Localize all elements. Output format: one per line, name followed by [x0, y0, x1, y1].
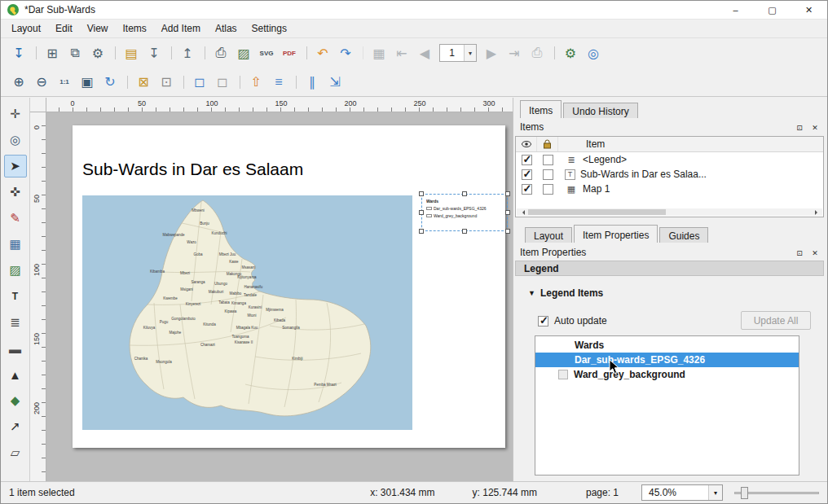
scrollbar-thumb[interactable]: [528, 209, 666, 215]
tool-button[interactable]: ▱: [4, 441, 27, 464]
auto-update-checkbox[interactable]: [538, 316, 548, 327]
legend-items-group-header[interactable]: ▼ Legend Items: [528, 287, 603, 299]
toolbar-icon[interactable]: ⎙: [526, 42, 548, 64]
menu-item[interactable]: Add Item: [154, 20, 208, 37]
visibility-checkbox[interactable]: [522, 169, 532, 180]
panel-float-button[interactable]: ⊡: [794, 248, 805, 259]
minimize-button[interactable]: –: [717, 1, 754, 19]
scroll-right-arrow[interactable]: [812, 208, 822, 216]
toolbar-icon[interactable]: ◎: [583, 42, 604, 64]
selection-handle[interactable]: [505, 229, 510, 234]
dock-tab[interactable]: Guides: [659, 227, 708, 243]
menu-item[interactable]: Items: [116, 20, 154, 37]
selection-handle[interactable]: [419, 210, 424, 215]
page-number-input[interactable]: 1 ▾: [439, 44, 477, 62]
panel-float-button[interactable]: ⊡: [794, 122, 805, 134]
tool-button[interactable]: ≣: [4, 311, 27, 334]
toolbar-icon[interactable]: ↧: [8, 42, 29, 64]
tool-button[interactable]: ↗: [4, 415, 27, 438]
lock-checkbox[interactable]: [543, 155, 553, 165]
tool-button[interactable]: ▲: [4, 363, 27, 386]
menu-item[interactable]: Layout: [4, 20, 48, 37]
zoom-slider[interactable]: [734, 485, 819, 500]
selection-handle[interactable]: [505, 210, 510, 215]
toolbar-icon[interactable]: ⇤: [391, 42, 412, 64]
toolbar-icon[interactable]: PDF: [279, 42, 300, 64]
tool-button[interactable]: ➤: [4, 155, 27, 177]
horizontal-ruler[interactable]: 050100150200250300: [46, 98, 513, 112]
selection-handle[interactable]: [462, 229, 467, 234]
panel-close-button[interactable]: ✕: [809, 122, 821, 134]
toolbar-icon[interactable]: ⊠: [133, 72, 154, 93]
dock-tab[interactable]: Layout: [525, 227, 572, 243]
tool-button[interactable]: T: [4, 285, 27, 308]
toolbar-icon[interactable]: ⎙: [210, 42, 231, 64]
menu-item[interactable]: View: [80, 20, 116, 37]
toolbar-icon[interactable]: ≡: [268, 72, 289, 93]
toolbar-icon[interactable]: ⊕: [8, 72, 29, 93]
scroll-left-arrow[interactable]: [517, 208, 527, 216]
items-list-row[interactable]: T Sub-Wards in Dar es Salaa...: [516, 167, 823, 182]
dock-tab[interactable]: Undo History: [563, 103, 637, 118]
toolbar-icon[interactable]: SVG: [256, 42, 277, 64]
legend-item-selected[interactable]: Wards Dar_sub-wards_EPSG_4326 Ward_grey_…: [421, 194, 508, 231]
selection-handle[interactable]: [419, 229, 424, 234]
toolbar-icon[interactable]: ▶: [481, 42, 502, 64]
page-number-dropdown[interactable]: ▾: [464, 45, 476, 61]
zoom-dropdown-arrow[interactable]: ▾: [708, 485, 722, 500]
dock-tab[interactable]: Item Properties: [574, 225, 658, 243]
items-list-row[interactable]: ▦ Map 1: [516, 182, 823, 196]
legend-tree-item[interactable]: Dar_sub-wards_EPSG_4326: [535, 353, 799, 367]
collapse-arrow-icon[interactable]: ▼: [528, 289, 535, 297]
map-item[interactable]: MbweniBunjuMabwepandeWazoKunduchiGobaMbe…: [82, 195, 412, 430]
close-button[interactable]: ✕: [791, 1, 827, 19]
items-list-row[interactable]: ≣ <Legend>: [516, 152, 823, 167]
items-horizontal-scrollbar[interactable]: [517, 208, 822, 216]
toolbar-icon[interactable]: ◻: [212, 72, 233, 93]
toolbar-icon[interactable]: ⇲: [324, 72, 346, 93]
lock-checkbox[interactable]: [543, 169, 553, 180]
toolbar-icon[interactable]: ⊡: [156, 72, 177, 93]
tool-button[interactable]: ▦: [4, 233, 27, 256]
menu-item[interactable]: Edit: [48, 20, 80, 37]
toolbar-icon[interactable]: ∥: [302, 72, 323, 93]
menu-item[interactable]: Settings: [244, 20, 294, 37]
panel-close-button[interactable]: ✕: [809, 248, 821, 259]
maximize-button[interactable]: ▢: [754, 1, 791, 19]
toolbar-icon[interactable]: ⊖: [31, 72, 52, 93]
selection-handle[interactable]: [419, 191, 424, 196]
toolbar-icon[interactable]: ↷: [335, 42, 356, 64]
toolbar-icon[interactable]: ↧: [143, 42, 165, 64]
dock-tab[interactable]: Items: [520, 100, 562, 118]
toolbar-icon[interactable]: ⚙: [560, 42, 581, 64]
toolbar-icon[interactable]: 1:1: [54, 72, 75, 93]
tool-button[interactable]: ✛: [4, 103, 27, 125]
toolbar-icon[interactable]: ▨: [233, 42, 254, 64]
vertical-ruler[interactable]: 050100150200: [30, 112, 46, 481]
toolbar-icon[interactable]: ◀: [414, 42, 435, 64]
page-title-label-item[interactable]: Sub-Wards in Dar es Salaam: [82, 160, 303, 179]
tool-button[interactable]: ▨: [4, 259, 27, 282]
layout-page[interactable]: Sub-Wards in Dar es Salaam MbweniBunjuMa…: [73, 125, 505, 448]
legend-tree-item[interactable]: Wards: [535, 338, 799, 353]
tool-button[interactable]: ✜: [4, 181, 27, 204]
tool-button[interactable]: ◆: [4, 389, 27, 412]
tool-button[interactable]: ✎: [4, 207, 27, 230]
tool-button[interactable]: ◎: [4, 129, 27, 151]
zoom-level-combo[interactable]: 45.0% ▾: [641, 484, 723, 501]
toolbar-icon[interactable]: ◻: [189, 72, 210, 93]
toolbar-icon[interactable]: ⚙: [87, 42, 108, 64]
toolbar-icon[interactable]: ⧉: [64, 42, 86, 64]
toolbar-icon[interactable]: ↥: [177, 42, 198, 64]
toolbar-icon[interactable]: ▣: [77, 72, 98, 93]
legend-tree-item[interactable]: Ward_grey_background: [535, 367, 799, 382]
layout-canvas[interactable]: Sub-Wards in Dar es Salaam MbweniBunjuMa…: [46, 112, 513, 481]
toolbar-icon[interactable]: ▦: [368, 42, 390, 64]
toolbar-icon[interactable]: ▤: [121, 42, 142, 64]
visibility-checkbox[interactable]: [522, 155, 532, 165]
tool-button[interactable]: ▬: [4, 337, 27, 360]
zoom-slider-handle[interactable]: [741, 487, 748, 499]
update-all-button[interactable]: Update All: [741, 311, 811, 330]
toolbar-icon[interactable]: ⇥: [504, 42, 525, 64]
toolbar-icon[interactable]: ↶: [312, 42, 333, 64]
